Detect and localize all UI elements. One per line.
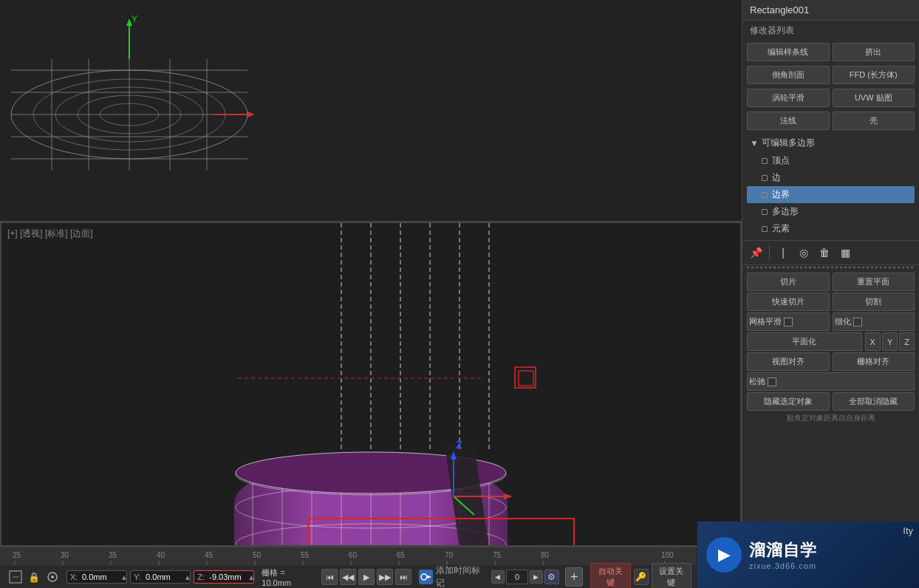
pin-icon[interactable]: 📌: [747, 244, 765, 261]
svg-text:80: 80: [541, 551, 550, 559]
x-btn[interactable]: X: [865, 332, 881, 351]
element-label: 元素: [772, 222, 790, 235]
modifier-item-vertex[interactable]: 顶点: [747, 152, 915, 169]
editable-poly-header[interactable]: ▼ 可编辑多边形: [747, 135, 915, 151]
watermark-text-area: 溜溜自学 zixue.3d66.com: [749, 539, 817, 570]
editable-poly-label: 可编辑多边形: [762, 137, 815, 149]
uvw-btn[interactable]: UVW 贴图: [833, 89, 915, 107]
lock-icon[interactable]: 🔒: [26, 569, 42, 585]
slice-btn[interactable]: 切片: [747, 273, 830, 291]
ops-row-4: 平面化 X Y Z: [747, 332, 915, 351]
goto-end-btn[interactable]: ⏭: [395, 569, 411, 585]
shell-btn[interactable]: 壳: [833, 112, 915, 130]
watermark: ▶ 溜溜自学 zixue.3d66.com Ity: [697, 522, 919, 588]
content-area: Y [+] [透视] [标准] [边面]: [0, 0, 919, 547]
prev-key-btn[interactable]: ◀: [491, 570, 505, 584]
goto-start-btn[interactable]: ⏮: [321, 569, 338, 585]
ops-row-1: 切片 重置平面: [747, 273, 915, 291]
cut-btn[interactable]: 切割: [833, 293, 915, 311]
cursor-icon[interactable]: |: [774, 244, 792, 261]
x-coord[interactable]: X: 0.0mm ▲: [66, 570, 127, 584]
circle-icon[interactable]: ◎: [795, 244, 813, 261]
extrude-btn[interactable]: 挤出: [833, 43, 915, 61]
3d-scene-svg: Z ✛ Z: [1, 223, 740, 545]
bottom-left-icons: 🔒: [4, 569, 64, 585]
svg-text:65: 65: [397, 551, 406, 559]
z-spin-up[interactable]: ▲: [247, 573, 255, 581]
next-key-btn[interactable]: ▶: [530, 570, 543, 584]
right-panel: Rectangle001 修改器列表 编辑样条线 挤出 倒角剖面 FFD (长方…: [742, 0, 919, 547]
edge-label: 边: [772, 171, 781, 184]
grid-align-btn[interactable]: 栅格对齐: [833, 352, 915, 371]
modifier-btn-row-1: 编辑样条线 挤出: [747, 43, 915, 61]
trash-icon[interactable]: 🗑: [816, 244, 833, 261]
mesh-smooth-btn[interactable]: 网格平滑: [747, 312, 830, 331]
relax-btn[interactable]: 松驰: [747, 372, 915, 391]
svg-text:70: 70: [445, 551, 454, 559]
mesh-smooth-checkbox[interactable]: [784, 318, 793, 327]
modifier-item-element[interactable]: 元素: [747, 220, 915, 237]
y-spin-up[interactable]: ▲: [184, 573, 191, 581]
hide-selected-btn[interactable]: 隐藏选定对象: [747, 392, 830, 411]
add-keyframe-area: 添加时间标记: [419, 564, 485, 588]
reset-plane-btn[interactable]: 重置平面: [833, 273, 915, 291]
normal-btn[interactable]: 法线: [747, 112, 830, 130]
z-coord[interactable]: Z: -9.03mm ▲: [194, 570, 254, 584]
panel-scroll[interactable]: ▼ 可编辑多边形 顶点 边 边界: [742, 132, 919, 547]
refine-checkbox[interactable]: [853, 318, 862, 327]
transport-controls: ⏮ ◀◀ ▶ ▶▶ ⏭: [321, 569, 411, 585]
svg-text:25: 25: [13, 551, 21, 559]
relax-checkbox[interactable]: [768, 377, 776, 386]
border-label: 边界: [772, 188, 790, 201]
snap-icon[interactable]: [44, 569, 61, 585]
top-viewport[interactable]: Y: [0, 0, 742, 222]
auto-key-btn[interactable]: 自动关键: [590, 563, 630, 588]
modifier-item-edge[interactable]: 边: [747, 169, 915, 186]
add-btn[interactable]: +: [565, 567, 583, 587]
svg-text:40: 40: [157, 551, 165, 559]
bottom-viewport[interactable]: [+] [透视] [标准] [边面]: [0, 222, 742, 547]
key-mode-icon[interactable]: 🔑: [634, 569, 649, 585]
x-value: 0.0mm: [82, 572, 119, 581]
play-btn[interactable]: ▶: [358, 569, 375, 585]
edit-spline-btn[interactable]: 编辑样条线: [747, 43, 830, 61]
quick-slice-btn[interactable]: 快速切片: [747, 293, 830, 311]
chamfer-btn[interactable]: 倒角剖面: [747, 66, 830, 84]
turbine-btn[interactable]: 涡轮平滑: [747, 89, 830, 107]
ops-row-3: 网格平滑 细化: [747, 312, 915, 331]
viewport-label-text: [+] [透视] [标准] [边面]: [7, 228, 93, 239]
ffd-btn[interactable]: FFD (长方体): [833, 66, 915, 84]
refine-btn[interactable]: 细化: [833, 312, 915, 331]
z-btn[interactable]: Z: [899, 332, 915, 351]
key-icon: [419, 570, 433, 584]
bottom-controls: 🔒 X: 0.0mm ▲ Y: 0.0mm ▲ Z:: [0, 566, 696, 588]
svg-text:45: 45: [205, 551, 213, 559]
coords-row: X: 0.0mm ▲ Y: 0.0mm ▲ Z: -9.03mm ▲ 栅格 = …: [66, 567, 312, 587]
x-spin-up[interactable]: ▲: [120, 573, 128, 581]
top-viewport-svg: Y: [0, 0, 742, 221]
x-label: X:: [70, 572, 81, 581]
select-icon[interactable]: [7, 569, 24, 585]
dotted-separator: [747, 267, 915, 268]
view-align-btn[interactable]: 视图对齐: [747, 352, 830, 371]
filter-icon[interactable]: ⚙: [544, 570, 559, 584]
y-coord[interactable]: Y: 0.0mm ▲: [130, 570, 191, 584]
vertex-label: 顶点: [772, 154, 790, 167]
frame-arrows: ◀ ▶ ⚙: [491, 570, 559, 584]
grid-icon[interactable]: ▦: [836, 244, 854, 261]
y-btn[interactable]: Y: [882, 332, 898, 351]
unhide-all-btn[interactable]: 全部取消隐藏: [833, 392, 915, 411]
modifier-btn-row-2: 倒角剖面 FFD (长方体): [747, 66, 915, 84]
svg-text:35: 35: [109, 551, 117, 559]
modifier-item-polygon[interactable]: 多边形: [747, 203, 915, 220]
set-key-btn[interactable]: 设置关键: [652, 563, 691, 588]
frame-input[interactable]: [506, 570, 528, 584]
next-frame-btn[interactable]: ▶▶: [377, 569, 393, 585]
svg-text:Y: Y: [131, 14, 137, 24]
prev-frame-btn[interactable]: ◀◀: [340, 569, 356, 585]
y-value: 0.0mm: [146, 572, 182, 581]
planarize-btn[interactable]: 平面化: [747, 332, 862, 351]
svg-text:75: 75: [493, 551, 502, 559]
modifier-item-border[interactable]: 边界: [747, 186, 915, 203]
dot-icon: [762, 192, 768, 198]
